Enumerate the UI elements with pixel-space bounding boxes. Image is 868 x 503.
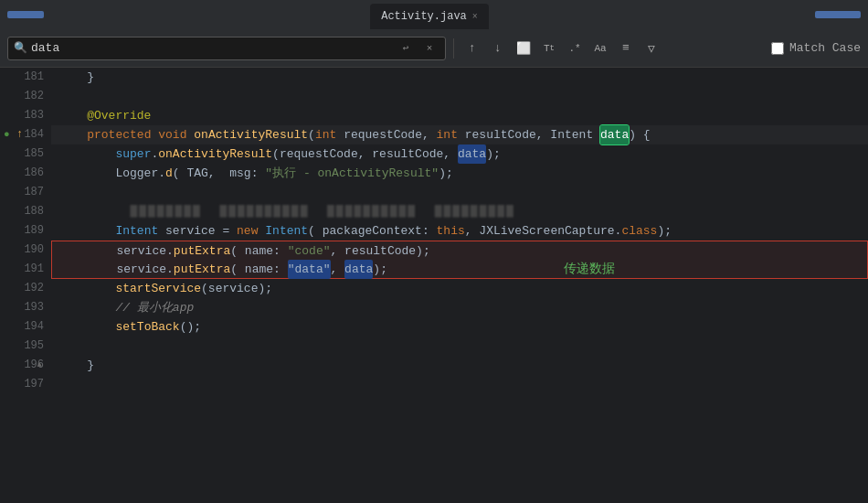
next-match-button[interactable]: ↓ bbox=[487, 37, 509, 59]
code-line-195 bbox=[51, 337, 868, 356]
line-191: 191 bbox=[0, 260, 44, 279]
code-line-188: ████████ ██████████ ██████████ █████████ bbox=[51, 202, 868, 221]
line-192: 192 bbox=[0, 279, 44, 298]
line-181: 181 bbox=[0, 68, 44, 87]
line-183: 183 bbox=[0, 106, 44, 125]
code-line-181: } bbox=[51, 68, 868, 87]
tab-spacer bbox=[44, 4, 370, 29]
code-line-183: @Override bbox=[51, 106, 868, 125]
match-case-checkbox[interactable] bbox=[771, 42, 784, 55]
search-input[interactable]: data bbox=[31, 41, 392, 55]
tab-close-button[interactable]: × bbox=[472, 12, 478, 22]
line-numbers-gutter: 181 182 183 ● ↑ 184 185 186 187 188 189 … bbox=[0, 68, 51, 503]
execution-arrow: ↑ bbox=[16, 125, 23, 144]
match-whole-word-btn[interactable]: Tt bbox=[538, 37, 560, 59]
line-187: 187 bbox=[0, 183, 44, 202]
code-line-182 bbox=[51, 87, 868, 106]
code-line-185: super . onActivityResult (requestCode, r… bbox=[51, 144, 868, 164]
line-188: 188 bbox=[0, 202, 44, 221]
search-input-wrapper: 🔍 data ↩ × bbox=[7, 37, 446, 60]
line-184: ● ↑ 184 bbox=[0, 125, 44, 144]
line-189: 189 bbox=[0, 221, 44, 241]
code-line-191: service. putExtra ( name: "data" , data … bbox=[51, 260, 868, 279]
search-replace-toggle[interactable]: ↩ bbox=[396, 38, 416, 59]
search-bar: 🔍 data ↩ × ↑ ↓ ⬜ Tt .* Aa ≡ ▽ Match Case bbox=[0, 29, 868, 68]
regex-toggle-btn[interactable]: .* bbox=[564, 37, 586, 59]
line-194: 194 bbox=[0, 317, 44, 337]
open-in-find-tool[interactable]: ⬜ bbox=[513, 37, 535, 59]
line-186: 186 bbox=[0, 164, 44, 183]
tab-filename: Activity.java bbox=[381, 10, 467, 23]
line-196: 196 ▲ bbox=[0, 356, 44, 375]
funnel-btn[interactable]: ▽ bbox=[640, 37, 662, 59]
bookmark-icon: ● bbox=[4, 125, 10, 144]
divider bbox=[453, 38, 454, 59]
code-line-193: // 最小化app bbox=[51, 298, 868, 317]
editor-window: Activity.java × 🔍 data ↩ × ↑ ↓ ⬜ Tt .* A… bbox=[0, 0, 868, 503]
line-195: 195 bbox=[0, 337, 44, 356]
search-icon: 🔍 bbox=[14, 41, 27, 55]
line-182: 182 bbox=[0, 87, 44, 106]
tab-filler bbox=[489, 4, 815, 29]
match-case-wrap: Match Case bbox=[771, 41, 861, 55]
code-line-196: } bbox=[51, 356, 868, 375]
code-line-192: startService (service); bbox=[51, 279, 868, 298]
code-line-184: protected void onActivityResult ( int re… bbox=[51, 125, 868, 144]
code-line-190: service. putExtra ( name: "code" , resul… bbox=[51, 241, 868, 260]
fold-arrow-icon[interactable]: ▲ bbox=[37, 356, 42, 375]
code-line-189: Intent service = new Intent ( packageCon… bbox=[51, 221, 868, 241]
code-line-194: setToBack (); bbox=[51, 317, 868, 337]
chinese-annotation: 传递数据 bbox=[564, 260, 615, 279]
code-line-187 bbox=[51, 183, 868, 202]
line-185: 185 bbox=[0, 144, 44, 164]
active-tab[interactable]: Activity.java × bbox=[370, 4, 489, 29]
tab-indicator-left bbox=[7, 11, 44, 18]
preserve-case-btn[interactable]: Aa bbox=[589, 37, 611, 59]
filter-btn[interactable]: ≡ bbox=[615, 37, 637, 59]
line-193: 193 bbox=[0, 298, 44, 317]
code-area: 181 182 183 ● ↑ 184 185 186 187 188 189 … bbox=[0, 68, 868, 503]
search-close-button[interactable]: × bbox=[419, 38, 439, 59]
tab-bar: Activity.java × bbox=[0, 0, 868, 29]
code-content: } @Override protected void onActivityRes… bbox=[51, 68, 868, 503]
line-190: 190 bbox=[0, 241, 44, 260]
prev-match-button[interactable]: ↑ bbox=[461, 37, 483, 59]
code-line-197 bbox=[51, 375, 868, 394]
tab-indicator-right bbox=[815, 11, 861, 18]
code-line-186: Logger. d ( TAG, msg: "执行 - onActivityRe… bbox=[51, 164, 868, 183]
match-case-label: Match Case bbox=[789, 41, 861, 55]
line-197: 197 bbox=[0, 375, 44, 394]
